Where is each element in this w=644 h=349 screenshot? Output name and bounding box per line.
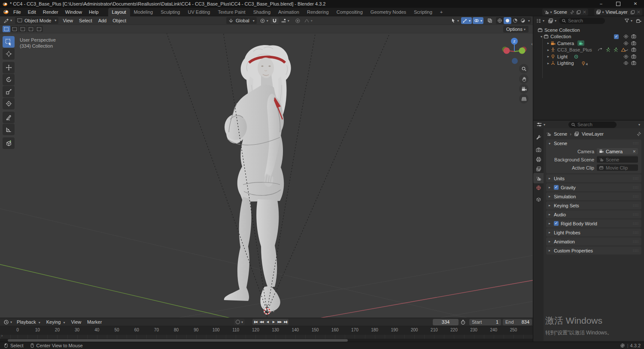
tab-modeling[interactable]: Modeling xyxy=(130,8,157,16)
outliner-viewlayer-dropdown[interactable]: ▾ xyxy=(547,17,557,24)
properties-options-dropdown[interactable]: ▾ xyxy=(638,123,640,127)
menu-select[interactable]: Select xyxy=(76,18,95,23)
select-mode-subtract-button[interactable] xyxy=(19,26,27,32)
options-dropdown[interactable]: Options ▾ xyxy=(503,26,529,33)
menu-window[interactable]: Window xyxy=(62,9,85,15)
navigation-gizmo[interactable]: Z xyxy=(499,37,529,67)
disclosure-open-icon[interactable]: ▾ xyxy=(539,35,544,39)
tab-shading[interactable]: Shading xyxy=(249,8,274,16)
select-mode-invert-button[interactable] xyxy=(27,26,35,32)
tab-texture-paint[interactable]: Texture Paint xyxy=(214,8,249,16)
rigid-body-checkbox[interactable]: ✓ xyxy=(554,221,559,226)
region-expand-arrow[interactable]: › xyxy=(1,334,3,338)
pan-button[interactable] xyxy=(519,74,529,84)
pivot-point-dropdown[interactable]: ▾ xyxy=(258,17,270,24)
eye-icon[interactable] xyxy=(623,41,629,46)
gravity-checkbox[interactable]: ✓ xyxy=(554,185,559,190)
play-reverse-button[interactable]: ◀ xyxy=(264,319,270,325)
properties-search[interactable] xyxy=(568,121,617,128)
blender-menu-icon[interactable] xyxy=(3,9,9,15)
outliner-row-camera[interactable]: ▸ Camera xyxy=(533,40,644,47)
render-visibility-icon[interactable] xyxy=(631,54,636,59)
panel-custom-properties[interactable]: ▸Custom Properties∷∷ xyxy=(546,246,641,255)
breadcrumb-scene[interactable]: Scene xyxy=(554,131,567,137)
disclosure-closed-icon[interactable]: ▸ xyxy=(546,55,550,58)
properties-editor-type-button[interactable]: ▾ xyxy=(535,121,546,128)
proportional-edit-toggle[interactable] xyxy=(294,17,302,24)
background-scene-field[interactable]: Scene xyxy=(597,156,638,163)
tool-scale[interactable] xyxy=(3,86,15,97)
render-visibility-icon[interactable] xyxy=(631,34,636,39)
snap-toggle[interactable] xyxy=(270,17,279,24)
tool-measure[interactable] xyxy=(3,124,15,135)
editor-type-button[interactable]: ▾ xyxy=(2,17,13,24)
outliner-search-input[interactable] xyxy=(568,18,602,23)
scene-panel-header[interactable]: ▾ Scene ∷∷ xyxy=(546,140,641,147)
pin-icon[interactable] xyxy=(570,10,574,15)
pin-icon[interactable] xyxy=(636,131,641,137)
panel-gravity[interactable]: ▸✓Gravity∷∷ xyxy=(546,183,641,191)
tab-layout[interactable]: Layout xyxy=(108,8,130,16)
active-clip-field[interactable]: Movie Clip xyxy=(597,164,638,171)
next-keyframe-button[interactable]: ▶▶ xyxy=(276,319,283,325)
shading-wireframe-button[interactable] xyxy=(496,17,504,24)
panel-light-probes[interactable]: ▸Light Probes∷∷ xyxy=(546,228,641,237)
outliner-row-collection[interactable]: ▾ Collection ✓ xyxy=(533,33,644,40)
tool-annotate[interactable] xyxy=(3,112,15,123)
tab-object[interactable] xyxy=(533,194,544,204)
tab-scene[interactable] xyxy=(533,173,544,183)
new-viewlayer-icon[interactable] xyxy=(630,10,635,15)
tab-uv-editing[interactable]: UV Editing xyxy=(184,8,214,16)
tool-transform[interactable] xyxy=(3,98,15,109)
panel-units[interactable]: ▸Units∷∷ xyxy=(546,174,641,182)
tool-add-cube[interactable] xyxy=(3,137,15,149)
tab-animation[interactable]: Animation xyxy=(274,8,303,16)
menu-file[interactable]: File xyxy=(10,9,24,15)
show-object-types-dropdown[interactable]: ▾ xyxy=(450,17,460,24)
outliner-row-lighting[interactable]: ▸ Lighting 4 xyxy=(533,60,644,67)
jump-to-start-button[interactable]: ▮◀ xyxy=(252,319,258,325)
menu-keying[interactable]: Keying ▾ xyxy=(43,319,68,325)
eye-icon[interactable] xyxy=(623,54,629,59)
panel-rigid-body-world[interactable]: ▸✓Rigid Body World∷∷ xyxy=(546,219,641,228)
tab-sculpting[interactable]: Sculpting xyxy=(157,8,184,16)
tab-view-layer[interactable] xyxy=(533,164,544,174)
disclosure-closed-icon[interactable]: ▸ xyxy=(546,41,550,45)
mode-dropdown[interactable]: Object Mode ▾ xyxy=(15,17,58,24)
tab-render[interactable] xyxy=(533,145,544,155)
tool-move[interactable] xyxy=(3,62,15,73)
panel-audio[interactable]: ▸Audio∷∷ xyxy=(546,210,641,219)
breadcrumb-viewlayer[interactable]: ViewLayer xyxy=(582,131,604,137)
add-workspace-button[interactable]: + xyxy=(436,8,447,16)
menu-object[interactable]: Object xyxy=(109,18,129,23)
new-scene-icon[interactable] xyxy=(576,10,581,15)
tab-geometry-nodes[interactable]: Geometry Nodes xyxy=(367,8,410,16)
viewport-canvas[interactable] xyxy=(0,33,533,318)
outliner-row-cc3-base-plus[interactable]: ▸ CC3_Base_Plus xyxy=(533,47,644,54)
panel-simulation[interactable]: ▸Simulation∷∷ xyxy=(546,192,641,200)
play-button[interactable]: ▶ xyxy=(270,319,276,325)
tool-rotate[interactable] xyxy=(3,74,15,85)
disclosure-closed-icon[interactable]: ▸ xyxy=(546,48,550,52)
shading-solid-button[interactable] xyxy=(504,17,511,24)
render-visibility-icon[interactable] xyxy=(631,61,636,66)
viewlayer-selector[interactable]: ▾ ViewLayer ✕ xyxy=(594,9,642,15)
menu-view[interactable]: View xyxy=(60,18,76,23)
maximize-button[interactable] xyxy=(610,0,627,8)
tab-rendering[interactable]: Rendering xyxy=(303,8,333,16)
transform-orientation-dropdown[interactable]: Global ▾ xyxy=(226,17,257,24)
tool-select-box[interactable] xyxy=(3,36,15,48)
menu-render[interactable]: Render xyxy=(39,9,62,15)
show-overlays-toggle[interactable]: ▾ xyxy=(473,17,483,24)
properties-search-input[interactable] xyxy=(577,122,612,127)
drag-handle-icon[interactable]: ∷∷ xyxy=(633,141,639,146)
frame-end-field[interactable]: End834 xyxy=(503,319,532,325)
auto-keyframe-toggle[interactable]: ▾ xyxy=(234,319,245,325)
tab-world[interactable] xyxy=(533,182,544,193)
proportional-falloff-dropdown[interactable]: ▾ xyxy=(303,17,314,24)
eye-closed-icon[interactable] xyxy=(623,47,629,52)
frame-start-field[interactable]: Start1 xyxy=(469,319,501,325)
shading-rendered-button[interactable] xyxy=(519,17,527,24)
zoom-button[interactable] xyxy=(519,64,529,73)
menu-add[interactable]: Add xyxy=(95,18,110,23)
